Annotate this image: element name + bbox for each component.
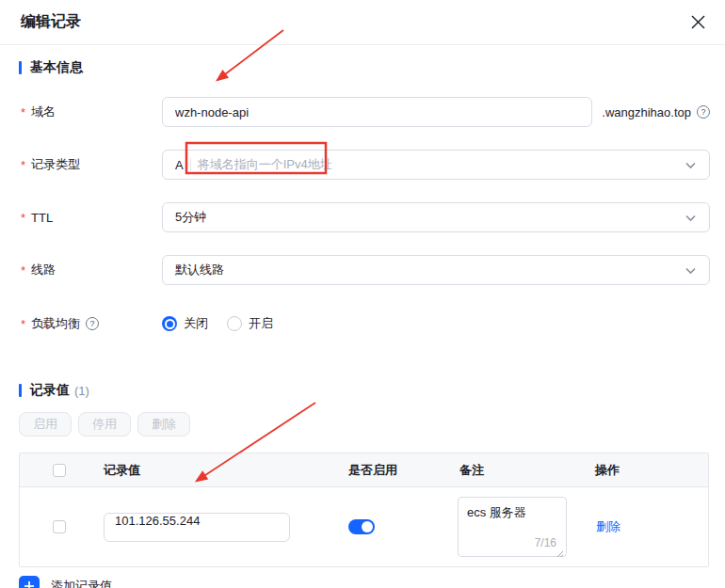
table-header-row: 记录值 是否启用 备注 操作 bbox=[20, 453, 708, 487]
enable-button[interactable]: 启用 bbox=[19, 412, 72, 437]
domain-suffix: .wangzhihao.top ? bbox=[602, 105, 710, 119]
ttl-value: 5分钟 bbox=[175, 209, 206, 226]
line-label: * 线路 bbox=[19, 262, 162, 278]
record-type-description: 将域名指向一个IPv4地址 bbox=[198, 156, 332, 173]
record-value-input-wrap bbox=[104, 513, 290, 542]
remark-text: ecs 服务器 bbox=[467, 504, 557, 521]
radio-unselected-icon bbox=[227, 316, 242, 331]
record-value-cell bbox=[99, 513, 339, 542]
required-asterisk: * bbox=[21, 105, 25, 119]
remark-textarea[interactable]: ecs 服务器 7/16 bbox=[458, 497, 567, 557]
record-type-label: * 记录类型 bbox=[19, 156, 162, 173]
domain-input-wrap bbox=[162, 97, 592, 127]
select-all-checkbox[interactable] bbox=[53, 464, 66, 477]
ttl-row: * TTL 5分钟 bbox=[19, 202, 710, 232]
table-row: ecs 服务器 7/16 删除 bbox=[20, 487, 708, 566]
dialog-header: 编辑记录 bbox=[0, 0, 725, 45]
action-cell: 删除 bbox=[586, 518, 708, 535]
record-value-input[interactable] bbox=[115, 514, 279, 528]
row-checkbox[interactable] bbox=[53, 520, 66, 533]
chevron-down-icon bbox=[685, 212, 697, 224]
enabled-cell bbox=[339, 519, 450, 534]
record-values-title-text: 记录值 bbox=[30, 382, 70, 399]
record-toolbar: 启用 停用 删除 bbox=[19, 412, 710, 437]
load-balance-label: * 负载均衡 ? bbox=[19, 315, 162, 332]
dialog-title: 编辑记录 bbox=[21, 12, 689, 32]
row-checkbox-cell bbox=[20, 520, 99, 533]
basic-info-title-text: 基本信息 bbox=[30, 59, 83, 76]
remark-char-counter: 7/16 bbox=[535, 536, 556, 549]
record-values-table: 记录值 是否启用 备注 操作 ecs 服务器 7/16 bbox=[19, 453, 709, 567]
record-type-row: * 记录类型 A 将域名指向一个IPv4地址 bbox=[19, 150, 710, 180]
header-checkbox-cell bbox=[20, 464, 99, 477]
add-record-button[interactable] bbox=[19, 576, 40, 588]
record-type-value: A bbox=[175, 158, 184, 172]
column-header-remark: 备注 bbox=[450, 462, 586, 479]
chevron-down-icon bbox=[685, 264, 697, 277]
ttl-label: * TTL bbox=[19, 211, 162, 225]
load-balance-radio-group: 关闭 开启 bbox=[162, 315, 292, 332]
column-header-enabled: 是否启用 bbox=[339, 462, 450, 479]
basic-info-section-title: 基本信息 bbox=[19, 58, 710, 77]
disable-button[interactable]: 停用 bbox=[78, 412, 131, 437]
delete-button[interactable]: 删除 bbox=[137, 412, 190, 437]
ttl-select[interactable]: 5分钟 bbox=[162, 202, 710, 232]
line-row: * 线路 默认线路 bbox=[19, 255, 710, 285]
domain-label: * 域名 bbox=[19, 103, 162, 120]
value-separator bbox=[190, 158, 191, 171]
line-select[interactable]: 默认线路 bbox=[162, 255, 710, 285]
radio-off-option[interactable]: 关闭 bbox=[162, 315, 208, 332]
required-asterisk: * bbox=[21, 158, 25, 172]
close-button[interactable] bbox=[689, 14, 706, 31]
record-type-select[interactable]: A 将域名指向一个IPv4地址 bbox=[162, 150, 710, 180]
line-value: 默认线路 bbox=[175, 262, 224, 278]
section-accent-bar bbox=[19, 61, 22, 74]
row-delete-link[interactable]: 删除 bbox=[586, 518, 620, 535]
close-icon bbox=[691, 15, 705, 29]
required-asterisk: * bbox=[21, 263, 25, 278]
remark-cell: ecs 服务器 7/16 bbox=[450, 497, 586, 557]
enabled-toggle[interactable] bbox=[348, 519, 375, 534]
resize-handle-icon[interactable] bbox=[556, 547, 564, 554]
add-record-label: 添加记录值 bbox=[51, 578, 112, 588]
radio-on-option[interactable]: 开启 bbox=[227, 315, 273, 332]
help-icon[interactable]: ? bbox=[697, 105, 710, 119]
record-values-section-title: 记录值 (1) bbox=[19, 381, 710, 400]
domain-input[interactable] bbox=[175, 105, 579, 119]
domain-row: * 域名 .wangzhihao.top ? bbox=[19, 97, 710, 127]
load-balance-row: * 负载均衡 ? 关闭 开启 bbox=[19, 313, 710, 334]
add-record-row[interactable]: 添加记录值 bbox=[19, 576, 710, 588]
record-values-count: (1) bbox=[74, 384, 89, 398]
chevron-down-icon bbox=[685, 159, 697, 171]
radio-selected-icon bbox=[162, 316, 177, 331]
help-icon[interactable]: ? bbox=[86, 317, 99, 330]
plus-icon bbox=[24, 580, 35, 588]
section-accent-bar bbox=[19, 384, 22, 397]
column-header-value: 记录值 bbox=[99, 462, 339, 479]
required-asterisk: * bbox=[21, 211, 25, 225]
required-asterisk: * bbox=[21, 317, 25, 331]
column-header-action: 操作 bbox=[586, 462, 708, 479]
